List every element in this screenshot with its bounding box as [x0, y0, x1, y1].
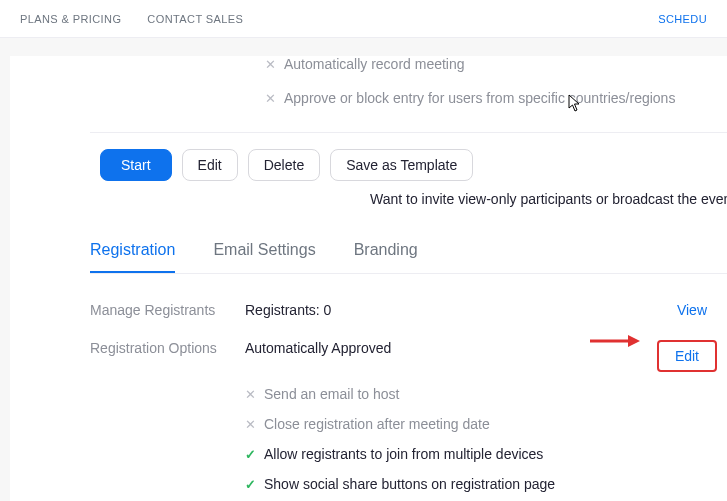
action-row: Start Edit Delete Save as Template	[100, 149, 727, 181]
divider	[90, 132, 727, 133]
option-text: Show social share buttons on registratio…	[264, 476, 555, 492]
option-text: Automatically record meeting	[284, 56, 465, 72]
topbar: PLANS & PRICING CONTACT SALES SCHEDU	[0, 0, 727, 38]
tabs: Registration Email Settings Branding	[90, 241, 727, 274]
opt-send-email: ✕ Send an email to host	[245, 386, 727, 402]
manage-registrants-label: Manage Registrants	[90, 302, 245, 318]
option-text: Approve or block entry for users from sp…	[284, 90, 675, 106]
option-text: Allow registrants to join from multiple …	[264, 446, 543, 462]
tab-registration[interactable]: Registration	[90, 241, 175, 273]
schedule-link[interactable]: SCHEDU	[658, 13, 707, 25]
check-icon: ✓	[245, 448, 256, 461]
option-text: Close registration after meeting date	[264, 416, 490, 432]
option-auto-record: ✕ Automatically record meeting	[265, 56, 727, 72]
x-icon: ✕	[265, 58, 276, 71]
check-icon: ✓	[245, 478, 256, 491]
view-link[interactable]: View	[677, 302, 707, 318]
x-icon: ✕	[265, 92, 276, 105]
invite-note: Want to invite view-only participants or…	[370, 191, 727, 207]
contact-sales-link[interactable]: CONTACT SALES	[147, 13, 243, 25]
opt-close-registration: ✕ Close registration after meeting date	[245, 416, 727, 432]
option-approve-block: ✕ Approve or block entry for users from …	[265, 90, 727, 106]
start-button[interactable]: Start	[100, 149, 172, 181]
edit-button[interactable]: Edit	[182, 149, 238, 181]
tab-branding[interactable]: Branding	[354, 241, 418, 273]
registration-approval-value: Automatically Approved	[245, 340, 657, 372]
x-icon: ✕	[245, 388, 256, 401]
page-body: ✕ Automatically record meeting ✕ Approve…	[10, 56, 727, 501]
manage-registrants-row: Manage Registrants Registrants: 0 View	[90, 302, 727, 318]
edit-registration-link[interactable]: Edit	[657, 340, 717, 372]
registration-options-row: Registration Options Automatically Appro…	[90, 340, 727, 372]
tab-email-settings[interactable]: Email Settings	[213, 241, 315, 273]
registration-options-label: Registration Options	[90, 340, 245, 372]
opt-multi-device: ✓ Allow registrants to join from multipl…	[245, 446, 727, 462]
registrants-count: Registrants: 0	[245, 302, 677, 318]
save-template-button[interactable]: Save as Template	[330, 149, 473, 181]
opt-social-share: ✓ Show social share buttons on registrat…	[245, 476, 727, 492]
x-icon: ✕	[245, 418, 256, 431]
option-text: Send an email to host	[264, 386, 399, 402]
delete-button[interactable]: Delete	[248, 149, 320, 181]
plans-pricing-link[interactable]: PLANS & PRICING	[20, 13, 121, 25]
